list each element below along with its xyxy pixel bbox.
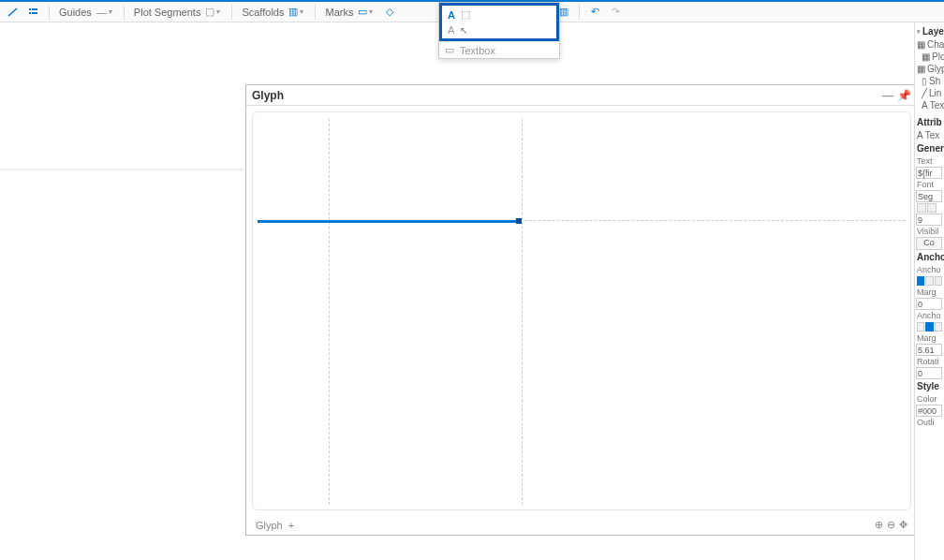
plot-segments-label: Plot Segments [134, 7, 201, 18]
pin-icon[interactable]: 📌 [897, 89, 911, 102]
visibility-button[interactable]: Co [916, 237, 942, 250]
letter-a-icon: A [448, 9, 455, 21]
anchor-center-icon[interactable] [925, 276, 933, 286]
scaffolds-label: Scaffolds [242, 7, 284, 18]
guides-line-dropdown[interactable]: — ▾ [95, 7, 114, 18]
glyph-footer: Glyph + [256, 520, 294, 531]
bar-end-handle[interactable] [516, 218, 522, 224]
add-glyph-button[interactable]: + [288, 520, 294, 531]
main-area: Glyph — 📌 Glyph + ⊕ ⊖ ✥ ▾Layer [0, 22, 944, 560]
attributes-header: Attrib [916, 115, 943, 129]
separator [315, 5, 316, 20]
glyph-panel-header: Glyph — 📌 [246, 85, 917, 106]
margin-y-label: Marg [916, 332, 943, 344]
glyph-panel: Glyph — 📌 Glyph + ⊕ ⊖ ✥ [245, 84, 918, 536]
layer-line[interactable]: ╱ Lin [916, 87, 943, 99]
attributes-title: Attrib [917, 117, 942, 127]
rotation-label: Rotati [916, 356, 943, 367]
data-bar[interactable] [258, 220, 520, 223]
glyph-canvas-inner [252, 111, 911, 510]
text-marks-popup: A ⬚ A ↖ ▭ Textbox [438, 2, 560, 59]
layer-text-label: Tex [930, 100, 944, 111]
text-option-1[interactable]: A ⬚ [446, 7, 553, 22]
anchor-middle-icon[interactable] [925, 322, 933, 332]
anchor-left-icon[interactable] [917, 276, 924, 286]
layer-plot[interactable]: ▦ Plo [916, 51, 943, 63]
collapse-icon[interactable]: — [882, 89, 893, 102]
general-title: Gener [917, 143, 944, 154]
visibility-label: Visibil [916, 226, 943, 237]
plot-segments-dropdown[interactable]: ▢ ▾ [203, 6, 222, 18]
style-title: Style [917, 381, 939, 391]
layer-chart[interactable]: ▦ Chart [916, 38, 943, 51]
svg-rect-2 [32, 8, 37, 10]
margin-y-field[interactable] [916, 344, 942, 356]
text-field-label: Text [916, 155, 943, 167]
font-large-icon[interactable] [927, 203, 937, 213]
glyph-canvas[interactable]: Glyph + ⊕ ⊖ ✥ [246, 106, 917, 535]
separator [579, 5, 580, 20]
right-panel: ▾Layers ▦ Chart ▦ Plo ▦ Glyph ▯ Sh ╱ Lin… [914, 22, 944, 560]
symbol-tool-icon[interactable]: ◇ [382, 5, 397, 20]
marks-rect-dropdown[interactable]: ▭ ▾ [356, 6, 375, 18]
separator [49, 5, 50, 20]
scaffolds-dropdown[interactable]: ▥ ▾ [287, 6, 305, 18]
marks-group: Marks ▭ ▾ [321, 6, 378, 18]
plot-segments-group: Plot Segments ▢ ▾ [130, 6, 227, 18]
left-divider [0, 169, 243, 170]
undo-icon[interactable]: ↶ [587, 5, 602, 20]
outline-label: Outli [916, 417, 943, 428]
anchor-x-label: Ancho [916, 264, 943, 275]
line-tool-icon[interactable] [6, 5, 21, 20]
attribute-text-label: Tex [925, 130, 940, 140]
anchor-x-icons [916, 275, 943, 287]
layer-shape[interactable]: ▯ Sh [916, 75, 943, 87]
layer-glyph-label: Glyph [927, 64, 944, 74]
anchor-top-icon[interactable] [917, 322, 924, 332]
glyph-title: Glyph [252, 89, 284, 102]
anchor-right-icon[interactable] [935, 276, 942, 286]
redo-icon[interactable]: ↷ [608, 5, 623, 20]
cursor-pointer-icon: ↖ [460, 25, 467, 36]
layer-chart-label: Chart [927, 39, 944, 50]
text-field[interactable] [916, 167, 942, 179]
anchor-bottom-icon[interactable] [935, 322, 942, 332]
guide-vertical-2 [522, 119, 523, 505]
font-field[interactable] [916, 190, 942, 202]
guides-group: Guides — ▾ [55, 7, 118, 18]
svg-line-0 [8, 8, 17, 16]
svg-rect-1 [29, 8, 31, 10]
rotation-field[interactable] [916, 367, 942, 379]
layer-glyph[interactable]: ▦ Glyph [916, 63, 943, 75]
font-style-icons [916, 202, 943, 214]
marks-label: Marks [325, 7, 353, 18]
list-tool-icon[interactable] [26, 5, 41, 20]
popup-highlighted-area: A ⬚ A ↖ [439, 3, 559, 41]
zoom-fit-icon[interactable]: ✥ [899, 519, 907, 531]
color-field[interactable] [916, 405, 942, 417]
anchor-y-icons [916, 321, 943, 332]
separator [231, 5, 232, 20]
color-label: Color [916, 393, 943, 405]
layers-header[interactable]: ▾Layers [916, 24, 943, 38]
zoom-out-icon[interactable]: ⊖ [887, 519, 895, 531]
font-size-field[interactable] [916, 214, 942, 226]
zoom-in-icon[interactable]: ⊕ [875, 519, 883, 531]
cursor-icon: ⬚ [461, 8, 470, 21]
layer-line-label: Lin [929, 88, 941, 98]
textbox-option[interactable]: ▭ Textbox [439, 41, 559, 58]
margin-x-field[interactable] [916, 298, 942, 310]
text-option-2[interactable]: A ↖ [446, 23, 553, 37]
letter-a-outline-icon: A [448, 24, 454, 36]
style-header: Style [916, 379, 943, 393]
separator [124, 5, 125, 20]
layer-text[interactable]: A Tex [916, 99, 943, 111]
svg-rect-4 [32, 12, 37, 14]
attribute-text[interactable]: A Tex [916, 129, 943, 141]
glyph-zoom-controls: ⊕ ⊖ ✥ [875, 519, 907, 531]
font-label: Font [916, 179, 943, 190]
font-small-icon[interactable] [917, 203, 926, 213]
anchor-header: Ancho [916, 250, 943, 264]
layer-plot-label: Plo [932, 52, 944, 62]
anchor-y-label: Ancho [916, 310, 943, 321]
